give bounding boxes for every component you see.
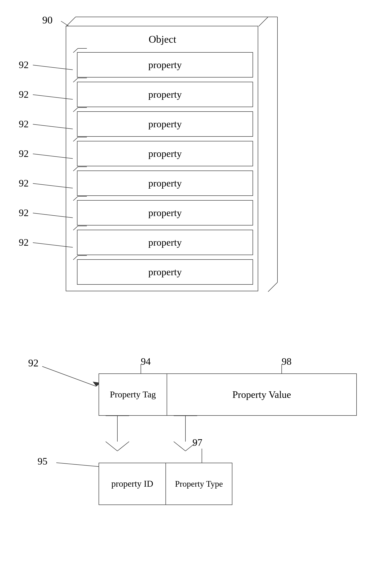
label-92-2: 92 (19, 89, 29, 100)
svg-line-7 (33, 65, 73, 70)
svg-line-36 (106, 442, 117, 451)
object-label: Object (66, 33, 259, 45)
connector-lines (98, 416, 239, 458)
top-diagram: 90 Object (42, 14, 272, 308)
svg-line-2 (259, 17, 268, 26)
label-95: 95 (38, 456, 47, 467)
svg-line-25 (33, 243, 73, 247)
label-92-4: 92 (19, 148, 29, 159)
svg-line-30 (42, 366, 96, 386)
svg-line-37 (117, 442, 129, 451)
property-row-3: 92 property (70, 111, 258, 137)
svg-line-10 (33, 95, 73, 99)
property-row-4: 92 property (70, 141, 258, 166)
svg-line-22 (33, 213, 73, 218)
property-box-5: property (77, 171, 253, 196)
label-92-1: 92 (19, 59, 29, 71)
label-97: 97 (193, 437, 202, 448)
property-row-7: 92 property (70, 230, 258, 255)
object-front-face: Object 92 property (66, 26, 258, 291)
svg-line-38 (174, 442, 185, 451)
property-id-cell: property ID (99, 463, 166, 505)
property-row-5: 92 property (70, 171, 258, 196)
label-92-6: 92 (19, 207, 29, 218)
property-tag-cell: Property Tag (99, 374, 167, 415)
property-box-7: property (77, 230, 253, 255)
property-box-4: property (77, 141, 253, 166)
label-90: 90 (42, 14, 53, 26)
property-box-3: property (77, 111, 253, 137)
sub-structure: property ID Property Type (98, 463, 232, 505)
property-value-cell: Property Value (167, 374, 356, 415)
svg-line-3 (66, 17, 76, 26)
property-rows-container: 92 property 92 (70, 52, 258, 289)
label-92-7: 92 (19, 237, 29, 248)
property-row-8: property (70, 259, 258, 285)
property-type-cell: Property Type (166, 463, 232, 505)
bottom-diagram: 92 94 98 Property Tag Property Value (24, 352, 376, 559)
svg-line-6 (268, 282, 278, 292)
label-94: 94 (141, 356, 151, 367)
property-row-1: 92 property (70, 52, 258, 77)
svg-line-13 (33, 124, 73, 129)
property-box-8: property (77, 259, 253, 285)
property-row-2: 92 property (70, 82, 258, 107)
property-box-1: property (77, 52, 253, 77)
label-92-bottom: 92 (28, 357, 39, 369)
box-top-face (66, 16, 277, 28)
property-row-6: 92 property (70, 200, 258, 225)
property-box-2: property (77, 82, 253, 107)
label-92-5: 92 (19, 177, 29, 189)
main-container: 90 Object (0, 0, 392, 567)
svg-line-16 (33, 154, 73, 159)
property-box-6: property (77, 200, 253, 225)
svg-line-19 (33, 183, 73, 188)
label-98: 98 (282, 356, 292, 367)
box-side-face (258, 16, 282, 294)
property-structure: Property Tag Property Value (98, 374, 357, 416)
label-92-3: 92 (19, 118, 29, 130)
